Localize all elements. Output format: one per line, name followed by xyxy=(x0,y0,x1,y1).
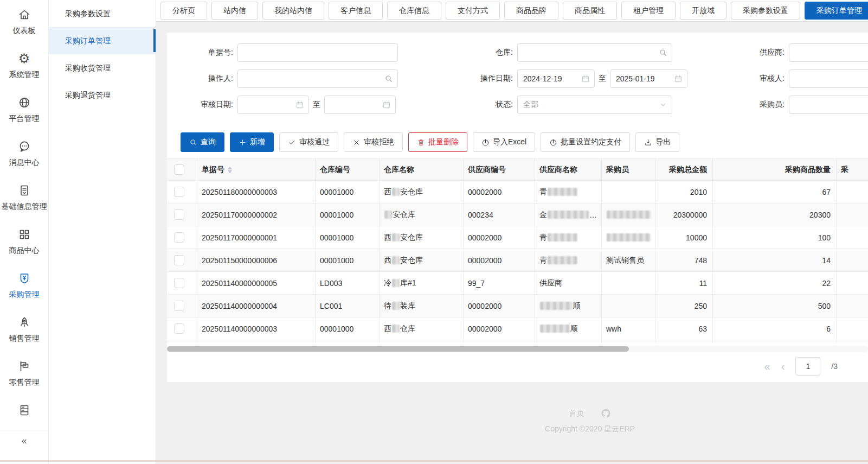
upload-icon xyxy=(481,138,490,147)
cell-extra xyxy=(837,295,868,317)
cell-extra xyxy=(837,204,868,226)
sidebar-item[interactable]: ⚙系统管理 xyxy=(0,52,48,88)
auditor-input[interactable] xyxy=(789,69,868,88)
operate-date-from-input[interactable]: 2024-12-19 xyxy=(517,69,595,88)
sidebar-item[interactable]: 商品中心 xyxy=(0,227,48,264)
scrollbar-thumb[interactable] xyxy=(167,346,629,352)
tab-item[interactable]: 采购订单管理 xyxy=(805,2,868,20)
tab-item[interactable]: 采购参数设置 xyxy=(731,2,800,20)
import-excel-button[interactable]: 导入Excel xyxy=(473,132,535,152)
cell-checkbox xyxy=(167,181,197,203)
sidebar-item[interactable]: 平台管理 xyxy=(0,96,48,132)
cell-supplier-code: 00002000 xyxy=(464,181,535,203)
tab-item[interactable]: 商品品牌 xyxy=(504,2,558,20)
tab-item[interactable]: 站内信 xyxy=(211,2,258,20)
sidebar-item[interactable]: 零售管理 xyxy=(0,359,48,396)
status-select[interactable]: 全部 xyxy=(517,96,672,114)
table-row: 20250118000000000300001000西安仓库00002000青2… xyxy=(167,181,868,204)
reject-button[interactable]: 审核拒绝 xyxy=(344,132,403,152)
grid-icon xyxy=(17,227,31,241)
row-checkbox[interactable] xyxy=(174,187,184,197)
page-total-label: /3 xyxy=(831,362,838,371)
operate-date-to-input[interactable]: 2025-01-19 xyxy=(610,69,687,88)
warehouse-input[interactable] xyxy=(517,43,672,62)
query-button[interactable]: 查询 xyxy=(181,132,224,152)
row-checkbox[interactable] xyxy=(174,278,184,288)
supplier-input[interactable] xyxy=(789,43,868,62)
select-all-checkbox[interactable] xyxy=(174,164,184,175)
sidebar-item[interactable]: 基础信息管理 xyxy=(0,183,48,220)
column-label: 单据号 xyxy=(202,165,224,175)
prev-page-button[interactable]: ‹ xyxy=(781,361,785,372)
table-header: 单据号仓库编号仓库名称供应商编号供应商名称采购员采购总金额采购商品数量采 xyxy=(167,159,868,181)
tab-item[interactable]: 我的站内信 xyxy=(262,2,324,20)
horizontal-scrollbar[interactable] xyxy=(167,346,868,352)
redacted-text xyxy=(548,233,577,241)
cell-warehouse-code: 00001000 xyxy=(316,204,380,226)
filter-row: 审核日期:至状态:全部采购员: xyxy=(167,96,868,114)
row-checkbox[interactable] xyxy=(174,255,184,265)
tab-item[interactable]: 仓库信息 xyxy=(387,2,441,20)
cell-order-no: 202501150000000006 xyxy=(197,249,316,271)
first-page-button[interactable]: « xyxy=(764,361,770,372)
cell-supplier-name: 青 xyxy=(535,226,602,249)
search-icon[interactable] xyxy=(659,48,667,57)
cell-buyer xyxy=(602,204,656,226)
home-link[interactable]: 首页 xyxy=(569,409,584,418)
tab-item[interactable]: 商品属性 xyxy=(563,2,617,20)
cell-checkbox xyxy=(167,249,197,271)
submenu-item[interactable]: 采购参数设置 xyxy=(49,0,156,27)
current-page-input[interactable]: 1 xyxy=(795,357,820,376)
table-row-partial xyxy=(167,340,868,344)
filter-label: 单据号: xyxy=(167,48,237,58)
cell-warehouse-code: LC001 xyxy=(316,295,380,317)
redacted-text xyxy=(384,211,392,219)
table-body: 20250118000000000300001000西安仓库00002000青2… xyxy=(167,181,868,344)
operator-input[interactable] xyxy=(237,69,398,88)
cell-checkbox xyxy=(167,317,197,340)
sidebar-collapse-button[interactable]: « xyxy=(0,430,48,452)
cell-supplier-code: 000234 xyxy=(464,204,535,226)
audit-date-to-input[interactable] xyxy=(324,96,396,114)
redacted-text xyxy=(540,302,573,310)
submenu-item[interactable]: 采购订单管理 xyxy=(49,27,156,54)
flag-icon xyxy=(17,359,31,373)
row-checkbox[interactable] xyxy=(174,209,184,220)
sidebar-item[interactable]: 仪表板 xyxy=(0,8,48,45)
submenu-item[interactable]: 采购收货管理 xyxy=(49,54,156,81)
github-icon[interactable] xyxy=(601,408,611,418)
audit-date-from-input[interactable] xyxy=(237,96,309,114)
row-checkbox[interactable] xyxy=(174,323,184,334)
tab-item[interactable]: 分析页 xyxy=(160,2,207,20)
order-no-input[interactable] xyxy=(237,43,398,62)
row-checkbox[interactable] xyxy=(174,301,184,311)
sidebar-item[interactable]: 库存管理 xyxy=(0,403,48,422)
search-icon[interactable] xyxy=(384,74,393,83)
sort-icon[interactable] xyxy=(228,167,232,173)
tab-item[interactable]: 租户管理 xyxy=(621,2,676,20)
cell-quantity: 14 xyxy=(713,249,837,271)
buyer-input[interactable] xyxy=(789,96,868,114)
cabinet-icon xyxy=(17,403,31,417)
sidebar-item[interactable]: 销售管理 xyxy=(0,315,48,352)
bottom-edge-line xyxy=(0,460,868,462)
add-button[interactable]: 新增 xyxy=(230,132,274,152)
submenu-item[interactable]: 采购退货管理 xyxy=(49,81,156,109)
row-checkbox[interactable] xyxy=(174,232,184,243)
tab-item[interactable]: 开放域 xyxy=(680,2,726,20)
redacted-text xyxy=(607,233,651,241)
tab-item[interactable]: 支付方式 xyxy=(446,2,500,20)
sidebar-item[interactable]: 采购管理 xyxy=(0,271,48,308)
cell-total-amount: 10000 xyxy=(656,226,713,249)
batch-delete-button[interactable]: 批量删除 xyxy=(408,132,467,152)
export-button[interactable]: 导出 xyxy=(635,132,679,152)
tab-item[interactable]: 客户信息 xyxy=(329,2,383,20)
content-panel: 单据号:仓库:供应商:操作人:操作日期:2024-12-19至2025-01-1… xyxy=(167,33,868,382)
cell-quantity: 6 xyxy=(713,317,837,340)
column-label: 仓库名称 xyxy=(384,165,414,175)
batch-payment-button[interactable]: 批量设置约定支付 xyxy=(541,132,630,152)
column-label: 采购员 xyxy=(606,165,629,175)
sidebar-item[interactable]: 消息中心 xyxy=(0,139,48,176)
approve-button[interactable]: 审核通过 xyxy=(279,132,338,152)
cell-warehouse-name: 安仓库 xyxy=(380,204,464,226)
